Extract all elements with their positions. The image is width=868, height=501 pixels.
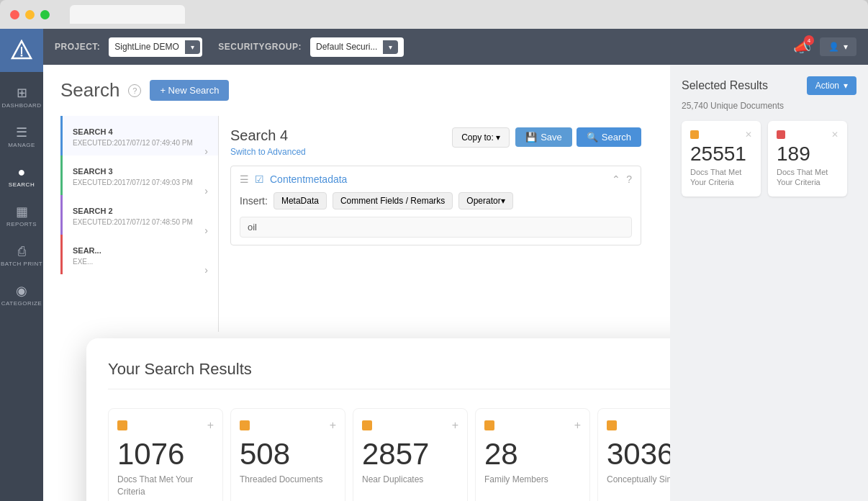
result-tile-3: + 28 Family Members (475, 408, 590, 501)
main-content: PROJECT: SightLine DEMO ▾ SECURITYGROUP:… (43, 29, 868, 501)
search-layout: SEARCH 4 EXECUTED:2017/07/12 07:49:40 PM… (60, 116, 653, 332)
top-bar: PROJECT: SightLine DEMO ▾ SECURITYGROUP:… (43, 29, 868, 65)
maximize-button[interactable] (40, 10, 50, 19)
query-help-icon[interactable]: ? (626, 173, 632, 185)
search-2-name: SEARCH 2 (73, 207, 113, 215)
expand-icon-4[interactable]: › (204, 145, 208, 157)
save-button[interactable]: 💾 Save (515, 127, 572, 147)
sidebar-item-dashboard[interactable]: ⊞ DASHBOARD (0, 78, 43, 117)
svg-point-2 (21, 55, 23, 57)
insert-operator-button[interactable]: Operator▾ (458, 192, 512, 209)
insert-comments-button[interactable]: Comment Fields / Remarks (333, 192, 453, 209)
app-shell: ⊞ DASHBOARD ☰ MANAGE ● SEARCH ▦ REPORTS … (0, 29, 868, 501)
tile-header-3: + (484, 419, 581, 432)
result-card-header-1: ✕ (777, 130, 838, 140)
card-close-1[interactable]: ✕ (831, 130, 838, 140)
search-history-item-4[interactable]: SEARCH 4 EXECUTED:2017/07/12 07:49:40 PM… (60, 116, 218, 155)
expand-icon-1[interactable]: › (204, 264, 208, 276)
security-label: SECURITYGROUP: (218, 42, 302, 52)
copy-to-button[interactable]: Copy to: ▾ (452, 127, 510, 148)
expand-icon-3[interactable]: › (204, 185, 208, 197)
tile-plus-1[interactable]: + (330, 419, 336, 432)
result-tile-1: + 508 Threaded Documents (230, 408, 345, 501)
tile-label-2: Near Duplicates (362, 474, 458, 486)
sidebar: ⊞ DASHBOARD ☰ MANAGE ● SEARCH ▦ REPORTS … (0, 29, 43, 501)
minimize-button[interactable] (25, 10, 35, 19)
search-history-item-2[interactable]: SEARCH 2 EXECUTED:2017/07/12 07:48:50 PM… (60, 195, 218, 235)
tile-number-1: 508 (240, 439, 336, 469)
tile-dot-0 (117, 420, 127, 430)
search-execute-button[interactable]: 🔍 Search (577, 127, 641, 147)
right-panel: Selected Results Action ▾ 25,740 Unique … (670, 65, 868, 501)
tile-label-4: Conceptually Similar (607, 474, 670, 486)
card-close-0[interactable]: ✕ (745, 130, 752, 140)
unique-docs-count: 25,740 Unique Documents (682, 101, 856, 111)
tile-number-0: 1076 (117, 439, 214, 469)
tile-plus-3[interactable]: + (574, 419, 581, 432)
security-dropdown-arrow[interactable]: ▾ (383, 40, 398, 54)
notification-bell[interactable]: 📣 4 (793, 38, 811, 55)
tile-plus-0[interactable]: + (207, 419, 214, 432)
center-panel: Search ? + New Search SEARCH 4 EXECUTED:… (43, 65, 670, 501)
card-label-1: Docs That Met Your Criteria (777, 167, 838, 188)
expand-icon-2[interactable]: › (204, 225, 208, 236)
user-icon: 👤 (828, 42, 839, 52)
help-icon[interactable]: ? (128, 84, 141, 97)
security-select[interactable]: Default Securi... ▾ (310, 37, 404, 57)
search-3-date: EXECUTED:2017/07/12 07:49:03 PM (73, 179, 208, 186)
security-value: Default Securi... (316, 42, 377, 52)
search-history-item-1[interactable]: SEAR... EXE... › (60, 235, 218, 274)
search-detail-title: Search 4 (230, 127, 306, 144)
search-results-modal: Your Search Results + 1076 Docs That Met… (86, 338, 670, 501)
query-builder-header: ☰ ☑ Contentmetadata ⌃ ? (240, 173, 632, 185)
project-select[interactable]: SightLine DEMO ▾ (109, 37, 202, 57)
tile-label-0: Docs That Met Your Criteria (117, 474, 214, 498)
save-icon: 💾 (525, 132, 537, 143)
query-name[interactable]: Contentmetadata (270, 173, 347, 185)
sidebar-item-batch-print[interactable]: ⎙ BATCH PRINT (0, 236, 43, 276)
page-title: Search (60, 79, 119, 101)
manage-icon: ☰ (16, 126, 27, 139)
tile-dot-3 (484, 420, 494, 430)
switch-to-advanced-link[interactable]: Switch to Advanced (230, 147, 306, 157)
close-button[interactable] (10, 10, 19, 19)
project-label: PROJECT: (55, 42, 100, 52)
action-dropdown-button[interactable]: Action ▾ (807, 76, 856, 95)
result-tile-4: + 3036 Conceptually Similar (597, 408, 670, 501)
search-history-item-3[interactable]: SEARCH 3 EXECUTED:2017/07/12 07:49:03 PM… (60, 155, 218, 195)
sidebar-item-categorize[interactable]: ◉ CATEGORIZE (0, 276, 43, 315)
sidebar-item-search[interactable]: ● SEARCH (0, 157, 43, 197)
search-history: SEARCH 4 EXECUTED:2017/07/12 07:49:40 PM… (60, 116, 219, 332)
search-exec-icon: 🔍 (587, 132, 598, 143)
tile-number-4: 3036 (607, 439, 670, 469)
result-cards: ✕ 25551 Docs That Met Your Criteria ✕ 18… (682, 121, 856, 197)
sidebar-item-reports[interactable]: ▦ REPORTS (0, 197, 43, 236)
right-panel-title: Selected Results (682, 79, 768, 92)
user-menu[interactable]: 👤 ▾ (820, 37, 856, 56)
query-builder: ☰ ☑ Contentmetadata ⌃ ? Insert: MetaData (230, 166, 641, 245)
window-tab[interactable] (70, 5, 185, 24)
search-4-name: SEARCH 4 (73, 127, 113, 136)
insert-label: Insert: (240, 195, 268, 207)
search-action-buttons: 💾 Save 🔍 Search (515, 127, 641, 147)
card-dot-1 (777, 130, 785, 139)
query-value: oil (240, 217, 632, 238)
tile-label-1: Threaded Documents (240, 474, 336, 486)
result-card-1: ✕ 189 Docs That Met Your Criteria (768, 121, 847, 197)
result-tile-2: + 2857 Near Duplicates (353, 408, 468, 501)
insert-metadata-button[interactable]: MetaData (273, 192, 327, 209)
sidebar-item-manage[interactable]: ☰ MANAGE (0, 117, 43, 157)
card-dot-0 (690, 130, 699, 139)
tile-plus-2[interactable]: + (452, 419, 458, 432)
dashboard-icon: ⊞ (17, 86, 27, 99)
sidebar-label-manage: MANAGE (8, 142, 35, 148)
query-collapse-icon[interactable]: ⌃ (612, 173, 620, 185)
app-logo[interactable] (0, 29, 43, 72)
search-1-date: EXE... (73, 258, 208, 266)
project-dropdown-arrow[interactable]: ▾ (185, 40, 200, 54)
search-1-name: SEAR... (73, 246, 101, 255)
search-detail-header: Search 4 Switch to Advanced Copy to: ▾ 💾… (230, 127, 641, 157)
tile-header-2: + (362, 419, 458, 432)
sidebar-label-search: SEARCH (9, 181, 35, 188)
new-search-button[interactable]: + New Search (150, 80, 229, 101)
